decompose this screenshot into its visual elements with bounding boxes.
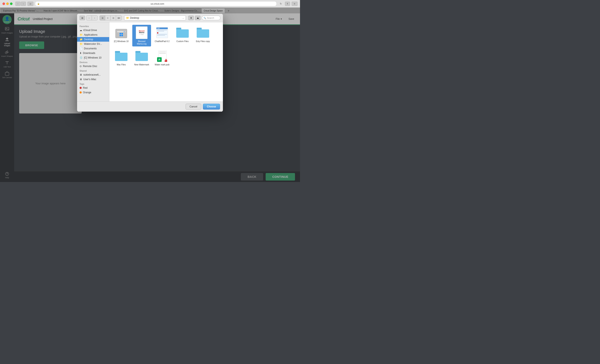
address-bar[interactable]: 🔒 us.cricut.com: [35, 1, 277, 6]
share-action-button[interactable]: ⬆: [188, 16, 194, 20]
blessed-mama-label: Blessed Mama.svg: [133, 40, 150, 45]
mac-files-folder-icon: [115, 51, 128, 61]
sidebar-nav-documents[interactable]: 📄 Documents: [77, 46, 109, 51]
choose-button[interactable]: Choose: [203, 104, 220, 109]
desktop-icon: 📁: [80, 38, 83, 41]
maximize-button[interactable]: [10, 2, 12, 5]
column-view-button[interactable]: ⊟: [111, 16, 116, 20]
close-button[interactable]: [2, 2, 5, 5]
new-watermark-folder-icon: [135, 51, 148, 61]
sidebar-nav-applications[interactable]: 📁 Applications: [77, 33, 109, 37]
favorites-label: Favorites: [77, 24, 109, 28]
cancel-button[interactable]: Cancel: [186, 104, 201, 109]
file-dialog-overlay: ⊟ ‹ › ⊞ ≡ ⊟ ⊠▾ 📁 Desktop ⌄ ⬆ ⏏ 🔍 Search: [0, 8, 300, 182]
new-watermark-label: New Watermark: [134, 64, 149, 66]
file-item-custom-files[interactable]: Custom Files: [173, 25, 192, 46]
chatnotpad-app-icon: CNP: [156, 27, 168, 38]
dialog-back-button[interactable]: ‹: [86, 16, 92, 20]
mac-files-icon-wrap: [115, 49, 128, 63]
blessed-mama-icon-wrap: Blessed Mama ✂ SVG: [135, 26, 148, 39]
orange-tag-dot: [80, 91, 82, 93]
list-view-button[interactable]: ≡: [105, 16, 111, 20]
sidebar-nav-downloads[interactable]: ⬇ Downloads: [77, 51, 109, 55]
network-icon: 🖥: [80, 73, 82, 76]
esty-files-folder-icon: [197, 28, 209, 38]
icloud-icon: ☁: [80, 29, 82, 32]
refresh-button[interactable]: ↻: [278, 2, 283, 6]
esty-files-label: Esty Files copy: [196, 40, 210, 43]
dialog-body: Favorites ☁ iCloud Drive 📁 Applications …: [77, 22, 223, 101]
esty-files-icon-wrap: [196, 26, 210, 39]
file-item-windows10[interactable]: [C] Windows 10: [112, 25, 131, 46]
watermark-pub-label: Water mark.pub: [155, 64, 169, 66]
title-bar: ‹ › ⊟ 🔒 us.cricut.com ↻ ⬆ ⊕: [0, 0, 300, 8]
search-icon: 🔍: [204, 17, 206, 19]
imac-icon: 🖥: [80, 78, 82, 81]
sidebar-nav-icloud[interactable]: ☁ iCloud Drive: [77, 28, 109, 33]
file-item-watermark-pub[interactable]: P Water mark.pub: [153, 48, 171, 67]
share-button[interactable]: ⬆: [285, 2, 290, 6]
back-nav-button[interactable]: ‹: [15, 2, 20, 6]
watermark-pub-icon-wrap: P: [155, 49, 169, 63]
sidebar-toggle-button[interactable]: ⊟: [80, 16, 85, 20]
minimize-button[interactable]: [6, 2, 9, 5]
sidebar-nav-desktop[interactable]: 📁 Desktop: [77, 37, 109, 42]
cover-view-button[interactable]: ⊠▾: [116, 16, 122, 20]
view-buttons: ⊞ ≡ ⊟ ⊠▾: [100, 15, 122, 20]
red-tag-dot: [80, 87, 82, 89]
drive-icon: 💿: [80, 56, 83, 59]
custom-files-icon-wrap: [176, 26, 189, 39]
dialog-toolbar: ⊟ ‹ › ⊞ ≡ ⊟ ⊠▾ 📁 Desktop ⌄ ⬆ ⏏ 🔍 Search: [77, 14, 223, 22]
dialog-forward-button[interactable]: ›: [92, 16, 97, 20]
blessed-mama-svg-icon: Blessed Mama ✂ SVG: [136, 27, 148, 39]
shared-label: Shared: [77, 69, 109, 73]
search-bar[interactable]: 🔍 Search: [202, 16, 220, 20]
file-dialog: ⊟ ‹ › ⊞ ≡ ⊟ ⊠▾ 📁 Desktop ⌄ ⬆ ⏏ 🔍 Search: [77, 14, 223, 112]
chatnotpad-icon-wrap: CNP: [155, 26, 169, 39]
dialog-nav-group: ‹ ›: [86, 15, 97, 20]
custom-files-folder-icon: [176, 28, 189, 38]
sidebar-nav-watercolor[interactable]: 📁 Watercolor SV...: [77, 42, 109, 46]
file-item-chatnotpad[interactable]: CNP ChatNotPad 6 2: [153, 25, 171, 46]
sidebar-nav-sukie[interactable]: 🖥 sukiebracew6...: [77, 73, 109, 77]
browser-nav: ‹ ›: [15, 2, 26, 6]
eject-button[interactable]: ⏏: [195, 16, 200, 20]
windows10-icon-wrap: [115, 26, 128, 39]
watercolor-folder-icon: 📁: [80, 43, 83, 46]
new-tab-button[interactable]: ⊕: [292, 2, 298, 6]
sidebar-nav-tag-orange[interactable]: Orange: [77, 90, 109, 95]
dialog-sidebar: Favorites ☁ iCloud Drive 📁 Applications …: [77, 22, 109, 101]
sidebar-nav-tag-red[interactable]: Red: [77, 86, 109, 90]
publisher-file-icon: P: [157, 50, 167, 62]
documents-icon: 📄: [80, 47, 83, 50]
files-grid: [C] Windows 10 Blessed Mama ✂ SVG Blesse…: [109, 22, 223, 101]
file-item-new-watermark[interactable]: New Watermark: [132, 48, 151, 67]
lock-icon: 🔒: [37, 3, 40, 5]
search-placeholder: Search: [207, 17, 214, 19]
file-item-mac-files[interactable]: Mac Files: [112, 48, 131, 67]
folder-icon: 📁: [126, 17, 129, 19]
forward-nav-button[interactable]: ›: [21, 2, 26, 6]
sidebar-nav-user-imac[interactable]: 🖥 User's iMac: [77, 77, 109, 82]
traffic-lights: [2, 2, 12, 5]
new-watermark-icon-wrap: [135, 49, 148, 63]
windows10-drive-icon: [115, 27, 127, 38]
tags-label: Tags: [77, 82, 109, 86]
custom-files-label: Custom Files: [177, 40, 188, 43]
downloads-icon: ⬇: [80, 52, 82, 55]
remote-disc-icon: ⊙: [80, 65, 82, 68]
dialog-footer: Cancel Choose: [77, 101, 223, 112]
chatnotpad-label: ChatNotPad 6 2: [155, 40, 169, 43]
location-bar[interactable]: 📁 Desktop ⌄: [124, 15, 186, 20]
devices-label: Devices: [77, 60, 109, 64]
address-text: us.cricut.com: [40, 2, 274, 5]
location-chevron-icon: ⌄: [182, 17, 184, 19]
grid-view-button[interactable]: ⊞: [100, 16, 105, 20]
sidebar-nav-windows10[interactable]: 💿 [C] Windows 10: [77, 55, 109, 60]
file-item-blessed-mama[interactable]: Blessed Mama ✂ SVG Blessed Mama.svg: [132, 25, 151, 46]
current-folder: Desktop: [130, 17, 181, 19]
file-item-esty-files[interactable]: Esty Files copy: [194, 25, 212, 46]
window-list-button[interactable]: ⊟: [28, 2, 33, 6]
applications-icon: 📁: [80, 33, 83, 36]
sidebar-nav-remote-disc[interactable]: ⊙ Remote Disc: [77, 64, 109, 69]
